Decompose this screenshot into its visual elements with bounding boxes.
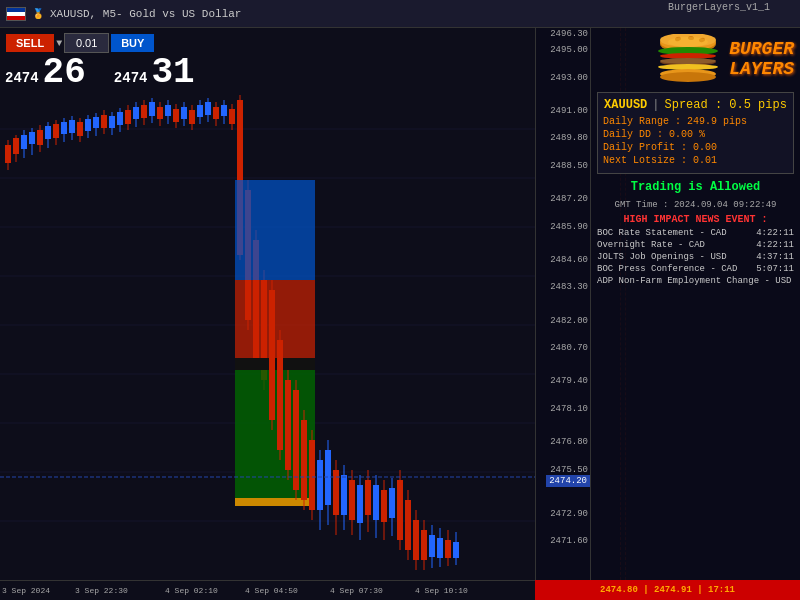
news-item-4: BOC Press Conference - CAD 5:07:11 bbox=[597, 264, 794, 274]
svg-rect-52 bbox=[173, 109, 179, 122]
price-tick-12: 2480.70 bbox=[550, 343, 588, 353]
svg-rect-64 bbox=[221, 105, 227, 116]
price-scale: 2496.30 2495.00 2493.00 2491.00 2489.80 … bbox=[535, 28, 590, 580]
svg-rect-38 bbox=[117, 112, 123, 125]
svg-rect-105 bbox=[365, 480, 371, 515]
svg-rect-99 bbox=[341, 475, 347, 515]
news-item-1: BOC Rate Statement - CAD 4:22:11 bbox=[597, 228, 794, 238]
svg-rect-87 bbox=[293, 390, 299, 490]
svg-rect-109 bbox=[381, 490, 387, 522]
time-label-4: 4 Sep 04:50 bbox=[245, 586, 298, 595]
svg-rect-125 bbox=[445, 540, 451, 558]
news-time-3: 4:37:11 bbox=[756, 252, 794, 262]
burger-text: BURGER LAYERS bbox=[729, 40, 794, 80]
news-time-1: 4:22:11 bbox=[756, 228, 794, 238]
price-tick-5: 2489.80 bbox=[550, 133, 588, 143]
price-tick-14: 2478.10 bbox=[550, 404, 588, 414]
flag-icon bbox=[6, 7, 26, 21]
price-tick-11: 2482.00 bbox=[550, 316, 588, 326]
svg-rect-62 bbox=[213, 107, 219, 119]
burger-logo-area: BURGER LAYERS bbox=[597, 34, 794, 86]
symbol-spread-row: XAUUSD | Spread : 0.5 pips bbox=[603, 98, 788, 112]
time-axis: 3 Sep 2024 3 Sep 22:30 4 Sep 02:10 4 Sep… bbox=[0, 580, 535, 600]
svg-rect-48 bbox=[157, 107, 163, 119]
trading-status: Trading is Allowed bbox=[597, 180, 794, 194]
svg-rect-58 bbox=[197, 105, 203, 117]
svg-rect-20 bbox=[45, 126, 51, 139]
svg-point-138 bbox=[660, 58, 716, 64]
svg-rect-66 bbox=[229, 109, 235, 124]
svg-rect-107 bbox=[373, 485, 379, 520]
bid-prefix: 2474 bbox=[5, 70, 39, 86]
svg-rect-12 bbox=[13, 138, 19, 154]
lot-input[interactable] bbox=[64, 33, 109, 53]
svg-rect-14 bbox=[21, 135, 27, 149]
svg-rect-46 bbox=[149, 102, 155, 116]
candle-area bbox=[0, 80, 535, 570]
burger-title-line1: BURGER bbox=[729, 40, 794, 60]
ask-prefix: 2474 bbox=[114, 70, 148, 86]
buy-button[interactable]: BUY bbox=[111, 34, 154, 52]
svg-rect-28 bbox=[77, 122, 83, 136]
svg-rect-117 bbox=[413, 520, 419, 560]
burger-title-line2: LAYERS bbox=[729, 60, 794, 80]
svg-rect-42 bbox=[133, 107, 139, 119]
svg-point-141 bbox=[660, 72, 716, 82]
news-name-3: JOLTS Job Openings - USD bbox=[597, 252, 727, 262]
price-tick-9: 2484.60 bbox=[550, 255, 588, 265]
burger-illustration bbox=[656, 34, 721, 86]
price-tick-16: 2475.50 bbox=[550, 465, 588, 475]
svg-rect-89 bbox=[301, 420, 307, 500]
time-label-1: 3 Sep 2024 bbox=[2, 586, 50, 595]
svg-rect-36 bbox=[109, 116, 115, 128]
chart-container: 🏅 XAUUSD, M5- Gold vs US Dollar BurgerLa… bbox=[0, 0, 800, 600]
next-lot-label: Next Lotsize : 0.01 bbox=[603, 155, 717, 166]
daily-dd-row: Daily DD : 0.00 % bbox=[603, 129, 788, 140]
svg-rect-44 bbox=[141, 105, 147, 118]
time-label-6: 4 Sep 10:10 bbox=[415, 586, 468, 595]
news-name-4: BOC Press Conference - CAD bbox=[597, 264, 737, 274]
svg-rect-56 bbox=[189, 110, 195, 124]
indicator-label: BurgerLayers_v1_1 bbox=[668, 2, 770, 13]
time-label-5: 4 Sep 07:30 bbox=[330, 586, 383, 595]
price-tick-7: 2487.20 bbox=[550, 194, 588, 204]
time-label-3: 4 Sep 02:10 bbox=[165, 586, 218, 595]
news-item-3: JOLTS Job Openings - USD 4:37:11 bbox=[597, 252, 794, 262]
top-bar: 🏅 XAUUSD, M5- Gold vs US Dollar BurgerLa… bbox=[0, 0, 800, 28]
gmt-time: GMT Time : 2024.09.04 09:22:49 bbox=[597, 200, 794, 210]
bottom-bar-text: 2474.80 | 2474.91 | 17:11 bbox=[600, 585, 735, 595]
svg-rect-115 bbox=[405, 500, 411, 550]
svg-rect-81 bbox=[269, 290, 275, 420]
separator: | bbox=[652, 98, 659, 112]
svg-rect-34 bbox=[101, 115, 107, 128]
svg-rect-60 bbox=[205, 102, 211, 115]
bid-main: 26 bbox=[43, 55, 86, 91]
daily-range-label: Daily Range : 249.9 pips bbox=[603, 116, 747, 127]
daily-range-row: Daily Range : 249.9 pips bbox=[603, 116, 788, 127]
news-name-2: Overnight Rate - CAD bbox=[597, 240, 705, 250]
symbol-name: XAUUSD bbox=[604, 98, 647, 112]
svg-rect-103 bbox=[357, 485, 363, 523]
price-display: 2474 26 2474 31 bbox=[5, 55, 195, 91]
price-tick-13: 2479.40 bbox=[550, 376, 588, 386]
svg-rect-32 bbox=[93, 117, 99, 128]
price-tick-10: 2483.30 bbox=[550, 282, 588, 292]
svg-point-142 bbox=[668, 37, 708, 47]
news-time-4: 5:07:11 bbox=[756, 264, 794, 274]
dropdown-arrow[interactable]: ▼ bbox=[56, 38, 62, 49]
news-item-2: Overnight Rate - CAD 4:22:11 bbox=[597, 240, 794, 250]
candlestick-chart bbox=[0, 80, 535, 570]
svg-rect-16 bbox=[29, 132, 35, 144]
stats-panel: XAUUSD | Spread : 0.5 pips Daily Range :… bbox=[597, 92, 794, 174]
svg-rect-127 bbox=[453, 542, 459, 558]
price-tick-4: 2491.00 bbox=[550, 106, 588, 116]
svg-rect-93 bbox=[317, 460, 323, 510]
svg-rect-10 bbox=[5, 145, 11, 163]
sell-button[interactable]: SELL bbox=[6, 34, 54, 52]
news-name-5: ADP Non-Farm Employment Change - USD bbox=[597, 276, 791, 286]
svg-rect-91 bbox=[309, 440, 315, 510]
news-time-2: 4:22:11 bbox=[756, 240, 794, 250]
price-tick-8: 2485.90 bbox=[550, 222, 588, 232]
svg-rect-40 bbox=[125, 110, 131, 124]
candle-group-early bbox=[0, 95, 535, 570]
